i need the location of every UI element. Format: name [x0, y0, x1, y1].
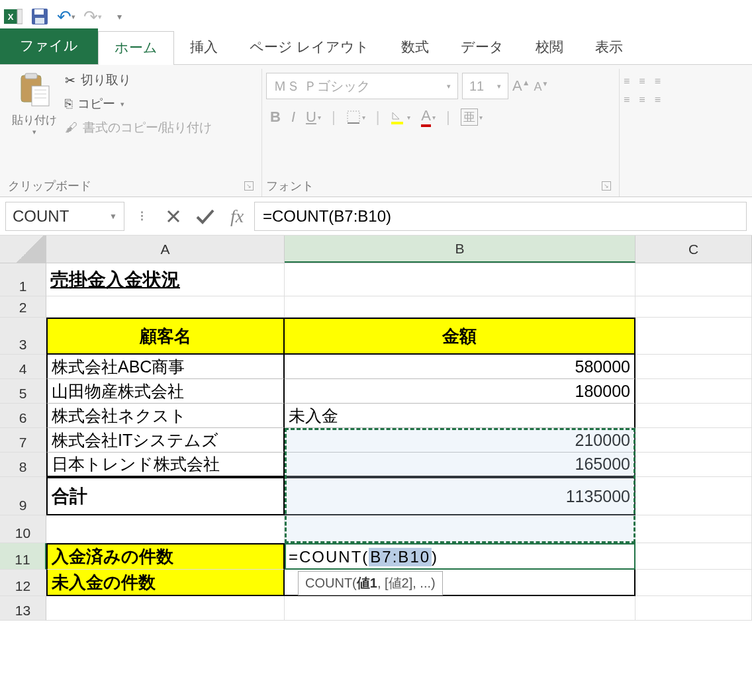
tab-layout[interactable]: ページ レイアウト — [234, 31, 385, 64]
cell-A5[interactable]: 山田物産株式会社 — [46, 379, 285, 404]
row-header-12[interactable]: 12 — [0, 570, 46, 596]
underline-button[interactable]: U ▾ — [306, 109, 321, 126]
cell-C13[interactable] — [635, 596, 752, 621]
cell-C2[interactable] — [635, 296, 752, 318]
cell-B4[interactable]: 580000 — [285, 355, 635, 379]
fx-icon[interactable]: fx — [222, 202, 252, 231]
row-header-2[interactable]: 2 — [0, 296, 46, 318]
cell-A12[interactable]: 未入金の件数 — [46, 570, 285, 596]
cell-B11[interactable]: =COUNT(B7:B10) — [285, 543, 635, 570]
paste-button[interactable]: 貼り付け ▾ — [8, 69, 61, 139]
align-right-icon[interactable]: ≡ — [655, 94, 661, 106]
cell-B7[interactable]: 210000 — [285, 428, 635, 453]
cell-B3[interactable]: 金額 — [285, 318, 635, 355]
align-top-icon[interactable]: ≡ — [624, 75, 630, 87]
cell-B5[interactable]: 180000 — [285, 379, 635, 404]
cell-C4[interactable] — [635, 355, 752, 379]
cell-A9[interactable]: 合計 — [46, 477, 285, 515]
tab-view[interactable]: 表示 — [579, 31, 639, 64]
cell-C9[interactable] — [635, 477, 752, 515]
italic-button[interactable]: I — [291, 109, 295, 126]
bold-button[interactable]: B — [270, 109, 281, 126]
formula-input[interactable]: =COUNT(B7:B10) — [254, 202, 747, 231]
cell-C3[interactable] — [635, 318, 752, 355]
font-size-combo[interactable]: 11▾ — [462, 73, 508, 99]
col-header-A[interactable]: A — [46, 236, 285, 263]
cell-B1[interactable] — [285, 263, 635, 296]
align-center-icon[interactable]: ≡ — [639, 94, 645, 106]
cell-C1[interactable] — [635, 263, 752, 296]
cell-C12[interactable] — [635, 570, 752, 596]
redo-icon[interactable]: ↷▾ — [83, 7, 102, 26]
row-header-11[interactable]: 11 — [0, 543, 46, 570]
clipboard-group: 貼り付け ▾ ✂切り取り ⎘コピー ▾ 🖌書式のコピー/貼り付け クリップボード… — [4, 69, 262, 197]
function-tooltip: COUNT(値1, [値2], ...) — [298, 571, 443, 595]
cell-C5[interactable] — [635, 379, 752, 404]
copy-button[interactable]: ⎘コピー ▾ — [65, 95, 212, 112]
cell-A7[interactable]: 株式会社ITシステムズ — [46, 428, 285, 453]
row-header-7[interactable]: 7 — [0, 428, 46, 453]
cell-C11[interactable] — [635, 543, 752, 570]
cell-C6[interactable] — [635, 404, 752, 428]
name-box[interactable]: COUNT▼ — [5, 202, 124, 231]
cell-B9[interactable]: 1135000 — [285, 477, 635, 515]
row-header-8[interactable]: 8 — [0, 453, 46, 477]
border-button[interactable]: ▾ — [346, 110, 365, 124]
row-header-3[interactable]: 3 — [0, 318, 46, 355]
align-left-icon[interactable]: ≡ — [624, 94, 630, 106]
fill-color-button[interactable]: ▾ — [390, 110, 410, 124]
tab-data[interactable]: データ — [445, 31, 520, 64]
tab-formulas[interactable]: 数式 — [385, 31, 445, 64]
copy-icon: ⎘ — [65, 97, 72, 111]
tab-file[interactable]: ファイル — [0, 28, 98, 64]
row-header-10[interactable]: 10 — [0, 515, 46, 543]
customize-qat-icon[interactable]: ▾ — [110, 7, 128, 26]
cut-button[interactable]: ✂切り取り — [65, 71, 212, 89]
row-header-13[interactable]: 13 — [0, 596, 46, 621]
row-header-6[interactable]: 6 — [0, 404, 46, 428]
cell-A4[interactable]: 株式会社ABC商事 — [46, 355, 285, 379]
col-header-C[interactable]: C — [635, 236, 752, 263]
row-header-5[interactable]: 5 — [0, 379, 46, 404]
cell-A3[interactable]: 顧客名 — [46, 318, 285, 355]
row-header-1[interactable]: 1 — [0, 263, 46, 296]
cell-B8[interactable]: 165000 — [285, 453, 635, 477]
increase-font-icon[interactable]: A▲ — [512, 77, 530, 95]
cell-C10[interactable] — [635, 515, 752, 543]
tab-review[interactable]: 校閲 — [520, 31, 579, 64]
cell-C8[interactable] — [635, 453, 752, 477]
cancel-icon[interactable] — [159, 202, 188, 231]
cell-A8[interactable]: 日本トレンド株式会社 — [46, 453, 285, 477]
col-header-B[interactable]: B — [285, 236, 635, 263]
row-header-4[interactable]: 4 — [0, 355, 46, 379]
cell-A10[interactable] — [46, 515, 285, 543]
tab-home[interactable]: ホーム — [98, 31, 174, 65]
svg-rect-14 — [391, 122, 403, 124]
cell-B10[interactable] — [285, 515, 635, 543]
row-header-9[interactable]: 9 — [0, 477, 46, 515]
font-dialog-launcher[interactable]: ↘ — [602, 181, 611, 191]
enter-icon[interactable] — [191, 202, 220, 231]
cell-B13[interactable] — [285, 596, 635, 621]
cell-C7[interactable] — [635, 428, 752, 453]
format-painter-button[interactable]: 🖌書式のコピー/貼り付け — [65, 119, 212, 136]
font-name-combo[interactable]: ＭＳ Ｐゴシック▾ — [266, 73, 458, 99]
cell-B2[interactable] — [285, 296, 635, 318]
undo-icon[interactable]: ↶▾ — [57, 7, 75, 26]
align-bottom-icon[interactable]: ≡ — [655, 75, 661, 87]
decrease-font-icon[interactable]: A▼ — [534, 80, 549, 94]
cell-A13[interactable] — [46, 596, 285, 621]
grid-body: 1 2 3 4 5 6 7 8 9 10 11 12 13 売掛金入金状況 顧 — [0, 263, 752, 621]
align-middle-icon[interactable]: ≡ — [639, 75, 645, 87]
ruby-button[interactable]: 亜▾ — [461, 109, 483, 126]
tab-insert[interactable]: 挿入 — [174, 31, 234, 64]
cell-A1[interactable]: 売掛金入金状況 — [46, 263, 285, 296]
cell-A11[interactable]: 入金済みの件数 — [46, 543, 285, 570]
select-all-corner[interactable] — [0, 236, 46, 263]
cell-A2[interactable] — [46, 296, 285, 318]
clipboard-dialog-launcher[interactable]: ↘ — [244, 181, 254, 191]
cell-A6[interactable]: 株式会社ネクスト — [46, 404, 285, 428]
save-icon[interactable] — [30, 7, 49, 26]
font-color-button[interactable]: A ▾ — [421, 107, 436, 127]
cell-B6[interactable]: 未入金 — [285, 404, 635, 428]
